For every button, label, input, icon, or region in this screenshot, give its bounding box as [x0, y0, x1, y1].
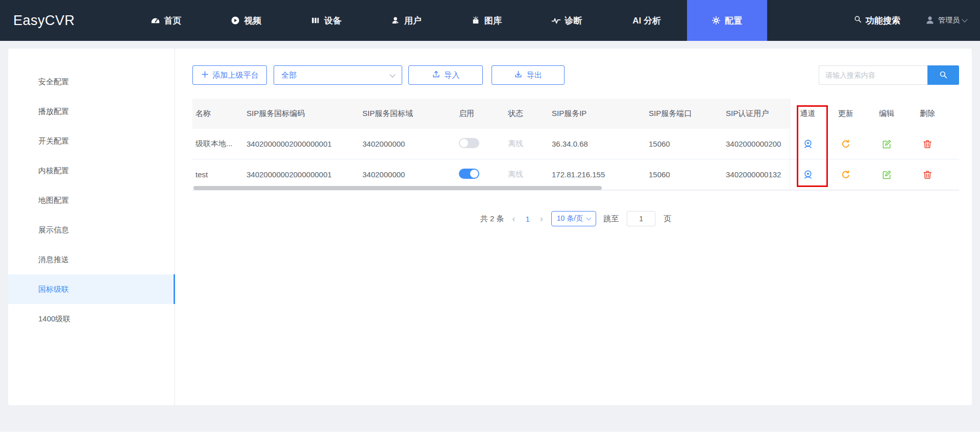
dashboard-icon — [151, 16, 160, 26]
sidebar-item-display[interactable]: 展示信息 — [8, 215, 175, 245]
function-search-button[interactable]: 功能搜索 — [853, 15, 900, 27]
device-icon — [311, 16, 320, 25]
nav-item-gallery[interactable]: 图库 — [447, 0, 527, 41]
cell-sip-ip: 172.81.216.155 — [552, 170, 649, 179]
trash-icon[interactable] — [907, 170, 948, 180]
sidebar-item-switch[interactable]: 开关配置 — [8, 126, 175, 156]
sidebar-item-playback[interactable]: 播放配置 — [8, 97, 175, 126]
col-status: 状态 — [508, 109, 552, 119]
jump-page-input[interactable] — [627, 211, 655, 226]
sidebar-item-message-push[interactable]: 消息推送 — [8, 245, 175, 274]
cell-sip-code: 34020000002000000001 — [247, 170, 362, 179]
nav-item-home[interactable]: 首页 — [126, 0, 206, 41]
row-actions — [790, 159, 959, 190]
nav-right: 功能搜索 管理员 — [853, 0, 980, 41]
status-badge: 离线 — [508, 170, 552, 179]
enable-toggle[interactable] — [459, 169, 479, 179]
col-update: 更新 — [825, 109, 866, 119]
app-logo: EasyCVR — [13, 0, 75, 41]
chevron-down-icon — [962, 16, 967, 22]
channel-webcam-icon[interactable] — [790, 138, 825, 150]
page-number[interactable]: 1 — [523, 215, 531, 223]
edit-icon[interactable] — [866, 170, 907, 180]
top-nav: EasyCVR 首页 视频 设备 用户 图库 诊断 AI 分析 — [0, 0, 980, 41]
cell-sip-port: 15060 — [649, 170, 726, 179]
nav-item-user[interactable]: 用户 — [366, 0, 447, 41]
download-icon — [514, 70, 523, 80]
cell-sip-ip: 36.34.0.68 — [552, 139, 649, 148]
cell-sip-code: 34020000002000000001 — [247, 139, 362, 148]
refresh-icon[interactable] — [825, 139, 866, 149]
jump-suffix: 页 — [664, 214, 671, 224]
cell-auth-user: 3402000000200 — [726, 139, 790, 148]
sidebar-item-kernel[interactable]: 内核配置 — [8, 156, 175, 185]
col-edit: 编辑 — [866, 109, 907, 119]
export-button[interactable]: 导出 — [492, 65, 565, 85]
platform-table: 名称 SIP服务国标编码 SIP服务国标域 启用 状态 SIP服务IP SIP服… — [192, 99, 959, 191]
chevron-down-icon — [586, 216, 592, 221]
sidebar-item-security[interactable]: 安全配置 — [8, 67, 175, 97]
import-button[interactable]: 导入 — [408, 65, 483, 85]
cell-sip-domain: 3402000000 — [362, 139, 459, 148]
col-sip-port: SIP服务端口 — [649, 109, 726, 119]
jump-label: 跳至 — [603, 214, 619, 224]
total-count: 共 2 条 — [480, 214, 504, 224]
trash-icon[interactable] — [907, 139, 948, 149]
page-size-select[interactable]: 10 条/页 — [551, 211, 596, 226]
status-badge: 离线 — [508, 139, 552, 149]
cell-auth-user: 3402000000132 — [726, 170, 790, 179]
nav-item-diagnose[interactable]: 诊断 — [527, 0, 607, 41]
gear-icon — [712, 16, 721, 25]
row-actions — [790, 129, 959, 159]
nav-item-config[interactable]: 配置 — [687, 0, 767, 41]
prev-page-button[interactable]: ‹ — [511, 214, 516, 224]
chevron-down-icon — [389, 72, 395, 77]
add-platform-button[interactable]: 添加上级平台 — [192, 65, 267, 85]
col-sip-domain: SIP服务国标域 — [362, 109, 459, 119]
col-sip-code: SIP服务国标编码 — [247, 109, 362, 119]
table-row: 级联本地... 34020000002000000001 3402000000 … — [192, 129, 959, 159]
col-channel: 通道 — [790, 109, 825, 119]
config-sidebar: 安全配置 播放配置 开关配置 内核配置 地图配置 展示信息 消息推送 国标级联 … — [8, 49, 175, 405]
col-auth-user: SIP认证用户 — [726, 109, 790, 119]
refresh-icon[interactable] — [825, 170, 866, 180]
nav-item-video[interactable]: 视频 — [206, 0, 286, 41]
search-box — [819, 65, 959, 85]
nav-item-device[interactable]: 设备 — [286, 0, 366, 41]
nav-item-ai[interactable]: AI 分析 — [607, 0, 687, 41]
col-sip-ip: SIP服务IP — [552, 109, 649, 119]
upload-icon — [432, 70, 440, 80]
enable-toggle[interactable] — [459, 138, 479, 148]
search-icon — [939, 70, 948, 81]
channel-webcam-icon[interactable] — [790, 169, 825, 180]
pagination: 共 2 条 ‹ 1 › 10 条/页 跳至 页 — [192, 211, 959, 226]
user-menu[interactable]: 管理员 — [925, 15, 967, 27]
edit-icon[interactable] — [866, 139, 907, 149]
next-page-button[interactable]: › — [539, 214, 544, 224]
plus-icon — [201, 71, 209, 80]
main-panel: 添加上级平台 全部 导入 导出 — [175, 49, 972, 405]
horizontal-scrollbar[interactable] — [192, 186, 959, 190]
content-card: 安全配置 播放配置 开关配置 内核配置 地图配置 展示信息 消息推送 国标级联 … — [8, 49, 972, 405]
col-delete: 删除 — [907, 109, 948, 119]
toolbar: 添加上级平台 全部 导入 导出 — [192, 65, 959, 85]
sidebar-item-1400-cascade[interactable]: 1400级联 — [8, 304, 175, 334]
col-name: 名称 — [195, 109, 247, 119]
cell-name: test — [195, 170, 247, 179]
cell-sip-domain: 3402000000 — [362, 170, 459, 179]
diagnose-icon — [551, 16, 561, 26]
search-button[interactable] — [927, 65, 959, 85]
filter-select[interactable]: 全部 — [274, 65, 402, 85]
user-icon — [391, 16, 400, 25]
search-input[interactable] — [819, 65, 927, 85]
col-enabled: 启用 — [459, 109, 508, 119]
footer-strip — [0, 432, 980, 444]
avatar-icon — [925, 15, 935, 27]
fixed-header-panel: 通道 更新 编辑 删除 — [790, 99, 959, 129]
scrollbar-thumb[interactable] — [193, 186, 602, 190]
sidebar-item-gb-cascade[interactable]: 国标级联 — [8, 274, 175, 304]
search-icon — [853, 15, 862, 26]
table-row: test 34020000002000000001 3402000000 离线 … — [192, 159, 959, 190]
nav-menu: 首页 视频 设备 用户 图库 诊断 AI 分析 配置 — [126, 0, 767, 41]
sidebar-item-map[interactable]: 地图配置 — [8, 185, 175, 215]
